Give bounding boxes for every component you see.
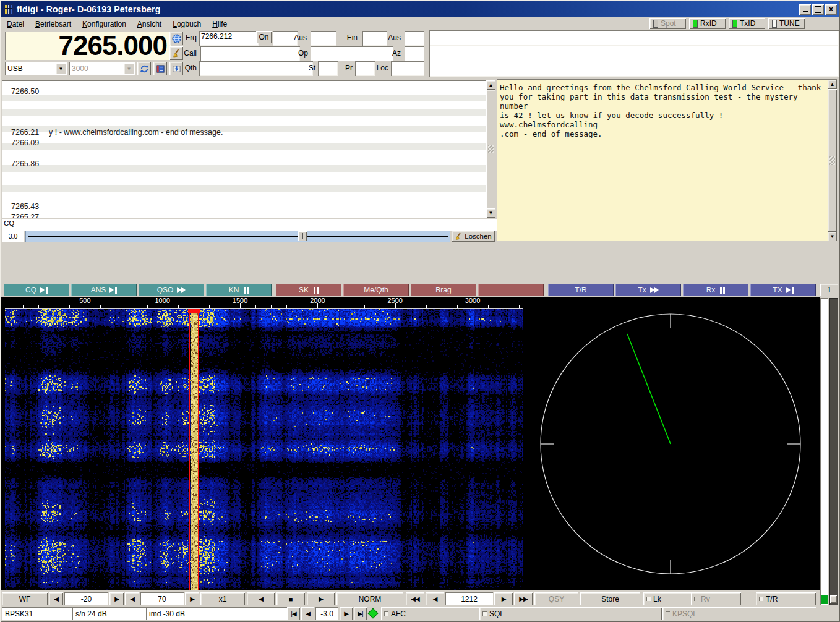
pause-icon bbox=[312, 287, 319, 294]
seek-end-button[interactable]: ▶| bbox=[354, 607, 367, 620]
macro-button-kn[interactable]: KN bbox=[206, 284, 272, 296]
browser-signal-row[interactable]: 7265.86 bbox=[2, 160, 495, 169]
browser-row-stripe bbox=[2, 109, 486, 116]
waterfall-zone: 50010001500200025003000 bbox=[1, 297, 820, 590]
minimize-button[interactable] bbox=[799, 4, 811, 15]
seek-start-button[interactable]: |◀ bbox=[287, 607, 300, 620]
browser-clear-button[interactable]: Löschen bbox=[452, 231, 495, 242]
sync-button[interactable] bbox=[137, 62, 151, 75]
seek-fwd-button[interactable]: ▶ bbox=[340, 607, 353, 620]
menu-item-datei[interactable]: Datei bbox=[1, 19, 30, 30]
spot-toggle-button[interactable]: Spot bbox=[649, 18, 686, 29]
wf-speed-button[interactable]: NORM bbox=[336, 592, 403, 605]
logbook-button[interactable] bbox=[153, 62, 167, 75]
notes-field-bottom[interactable] bbox=[429, 46, 839, 77]
txid-led-icon bbox=[732, 20, 737, 28]
macro-button-cq[interactable]: CQ bbox=[4, 284, 69, 296]
scroll-down-icon[interactable]: ▼ bbox=[486, 208, 495, 218]
macro-button-tx[interactable]: Tx bbox=[615, 284, 681, 296]
center-button[interactable]: ■ bbox=[276, 592, 305, 605]
wf-mode-button[interactable]: WF bbox=[2, 592, 48, 605]
macro-button-meqth[interactable]: Me/Qth bbox=[343, 284, 409, 296]
macro-button-empty[interactable] bbox=[478, 284, 544, 296]
ruler-label: 2000 bbox=[305, 297, 330, 304]
macro-button-tr[interactable]: T/R bbox=[548, 284, 614, 296]
macro-button-rx[interactable]: Rx bbox=[683, 284, 748, 296]
frq-field[interactable]: 7266.212 bbox=[199, 31, 259, 46]
qsy-button[interactable]: QSY bbox=[534, 592, 578, 605]
kpsql-button[interactable]: KPSQL bbox=[662, 607, 816, 620]
rx-scrollbar-thumb[interactable] bbox=[828, 89, 837, 232]
reverse-button[interactable]: Rv bbox=[691, 592, 741, 605]
macro-button-qso[interactable]: QSO bbox=[139, 284, 204, 296]
range-down-button[interactable]: ◀ bbox=[125, 592, 139, 605]
lock-button[interactable]: Lk bbox=[643, 592, 692, 605]
browser-scrollbar[interactable]: ▲ ▼ bbox=[486, 80, 495, 218]
rx-text-pane[interactable]: Hello and greetings from the Chelmsford … bbox=[497, 79, 837, 241]
menu-item-ansicht[interactable]: Ansicht bbox=[132, 19, 167, 30]
browser-signal-row[interactable]: 7266.50 bbox=[2, 87, 495, 96]
scroll-right-button[interactable]: ▶ bbox=[307, 592, 335, 605]
freq-down-fast-button[interactable]: ◀◀ bbox=[406, 592, 424, 605]
txid-toggle-button[interactable]: TxID bbox=[729, 18, 765, 29]
seek-slider[interactable] bbox=[25, 231, 450, 242]
slider-handle[interactable] bbox=[298, 231, 307, 241]
time-on-button[interactable]: On bbox=[256, 31, 272, 43]
browser-signal-row[interactable]: 7265.43 bbox=[2, 202, 495, 211]
signal-browser[interactable]: 7266.507266.21y ! - www.chelmsfordcallin… bbox=[2, 80, 495, 218]
browser-signal-row[interactable]: 7265.27 bbox=[2, 213, 495, 218]
macro-button-ans[interactable]: ANS bbox=[71, 284, 137, 296]
zoom-button[interactable]: x1 bbox=[200, 592, 245, 605]
freq-up-button[interactable]: ▶ bbox=[494, 592, 513, 605]
tx-rx-button[interactable]: T/R bbox=[756, 592, 816, 605]
status-bar: BPSK31 s/n 24 dB imd -30 dB |◀ ◀ -3.0 ▶ … bbox=[0, 607, 840, 621]
browser-signal-row[interactable]: 7266.09 bbox=[2, 138, 495, 148]
scroll-up-icon[interactable]: ▲ bbox=[486, 80, 495, 90]
close-icon: × bbox=[829, 5, 833, 14]
afc-indicator bbox=[384, 611, 388, 616]
frequency-display[interactable]: 7265.000 bbox=[5, 32, 171, 60]
scroll-left-button[interactable]: ◀ bbox=[247, 592, 275, 605]
ref-level-down-button[interactable]: ◀ bbox=[49, 592, 63, 605]
scroll-down-icon[interactable]: ▼ bbox=[828, 232, 837, 241]
browser-search-field[interactable]: CQ bbox=[2, 219, 499, 231]
browser-signal-row[interactable]: 7266.21y ! - www.chelmsfordcalling.com -… bbox=[2, 128, 495, 137]
snr-status: s/n 24 dB bbox=[72, 607, 147, 620]
close-button[interactable]: × bbox=[825, 4, 837, 15]
freq-down-button[interactable]: ◀ bbox=[426, 592, 444, 605]
range-up-button[interactable]: ▶ bbox=[185, 592, 199, 605]
ref-level-up-button[interactable]: ▶ bbox=[109, 592, 124, 605]
ref-level-value[interactable]: -20 bbox=[64, 592, 108, 605]
tune-toggle-button[interactable]: TUNE bbox=[768, 18, 805, 29]
waterfall-display[interactable] bbox=[5, 309, 523, 590]
range-value[interactable]: 70 bbox=[140, 592, 184, 605]
az-field[interactable] bbox=[405, 46, 424, 61]
rx-scrollbar[interactable]: ▲ ▼ bbox=[828, 80, 837, 241]
slider-track bbox=[28, 236, 448, 237]
notes-field-top[interactable] bbox=[429, 30, 839, 46]
seek-back-button[interactable]: ◀ bbox=[301, 607, 314, 620]
macro-button-sk[interactable]: SK bbox=[276, 284, 341, 296]
store-button[interactable]: Store bbox=[580, 592, 640, 605]
sql-button[interactable]: SQL bbox=[479, 607, 662, 620]
menu-item-betriebsart[interactable]: Betriebsart bbox=[30, 19, 77, 30]
menu-item-hilfe[interactable]: Hilfe bbox=[207, 19, 233, 30]
menu-item-konfiguration[interactable]: Konfiguration bbox=[77, 19, 132, 30]
cursor-frequency-value[interactable]: 1212 bbox=[445, 592, 493, 605]
mode-select[interactable]: USB ▼ bbox=[5, 62, 67, 75]
macro-set-button[interactable]: 1 bbox=[820, 284, 838, 296]
macro-button-brag[interactable]: Brag bbox=[411, 284, 476, 296]
maximize-button[interactable] bbox=[812, 4, 824, 15]
scroll-up-icon[interactable]: ▲ bbox=[828, 80, 837, 89]
afc-button[interactable]: AFC bbox=[381, 607, 480, 620]
rxid-toggle-button[interactable]: RxID bbox=[689, 18, 726, 29]
aus2-field[interactable] bbox=[405, 31, 424, 46]
menu-item-logbuch[interactable]: Logbuch bbox=[167, 19, 207, 30]
macro-button-tx[interactable]: TX bbox=[750, 284, 816, 296]
freq-up-fast-button[interactable]: ▶▶ bbox=[514, 592, 533, 605]
bandwidth-select[interactable]: 3000 ▼ bbox=[69, 62, 135, 75]
browser-scrollbar-thumb[interactable] bbox=[486, 90, 495, 208]
squelch-slider[interactable] bbox=[829, 298, 838, 605]
loc-field[interactable] bbox=[391, 61, 424, 76]
offset-value[interactable]: -3.0 bbox=[315, 607, 338, 620]
